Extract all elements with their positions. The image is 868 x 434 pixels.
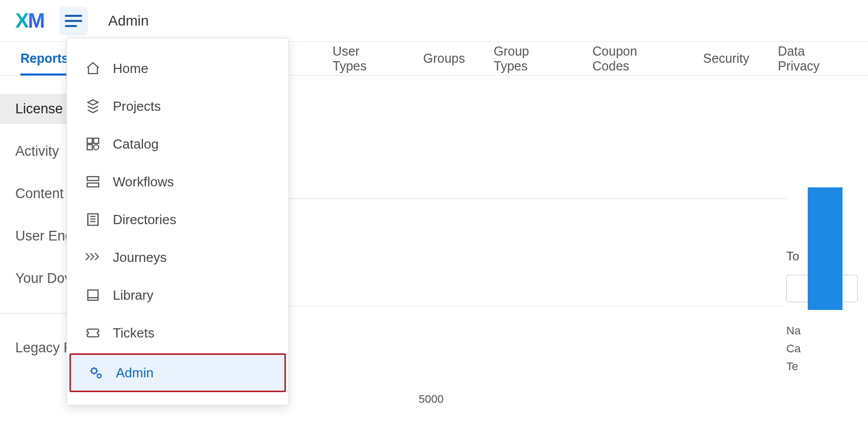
nav-item-label: Workflows xyxy=(113,174,174,190)
nav-item-tickets[interactable]: Tickets xyxy=(67,314,288,352)
logo-m: M xyxy=(28,9,44,32)
svg-rect-1 xyxy=(93,138,99,143)
svg-point-9 xyxy=(98,374,102,378)
svg-rect-4 xyxy=(87,177,99,181)
nav-item-label: Home xyxy=(113,61,148,77)
nav-item-home[interactable]: Home xyxy=(67,50,288,87)
workflows-icon xyxy=(84,173,102,190)
nav-item-journeys[interactable]: Journeys xyxy=(67,238,288,276)
tab-coupon-codes[interactable]: Coupon Codes xyxy=(592,42,674,75)
global-nav-dropdown: Home Projects Catalog Workflows Director… xyxy=(66,38,289,405)
chart-bar-fragment xyxy=(808,187,842,310)
nav-item-projects[interactable]: Projects xyxy=(67,87,288,125)
directories-icon xyxy=(84,211,102,228)
brand-logo: XM xyxy=(15,9,44,32)
svg-rect-2 xyxy=(87,144,92,150)
nav-item-label: Directories xyxy=(113,212,176,228)
nav-item-library[interactable]: Library xyxy=(67,276,288,314)
nav-item-label: Catalog xyxy=(113,136,159,152)
hamburger-icon xyxy=(65,15,82,27)
projects-icon xyxy=(84,98,102,115)
svg-rect-0 xyxy=(87,138,92,143)
tab-user-types[interactable]: User Types xyxy=(332,42,394,75)
tab-security[interactable]: Security xyxy=(703,42,749,75)
library-icon xyxy=(84,286,102,304)
nav-item-label: Projects xyxy=(113,99,161,114)
chart-area: 5000 xyxy=(204,198,786,434)
nav-item-workflows[interactable]: Workflows xyxy=(67,163,288,201)
nav-item-catalog[interactable]: Catalog xyxy=(67,125,288,163)
tab-reports[interactable]: Reports xyxy=(20,42,68,75)
nav-item-admin[interactable]: Admin xyxy=(70,354,285,392)
tab-data-privacy[interactable]: Data Privacy xyxy=(778,42,848,75)
nav-item-label: Journeys xyxy=(113,250,167,266)
journeys-icon xyxy=(84,249,102,266)
tab-groups[interactable]: Groups xyxy=(423,42,465,75)
svg-rect-7 xyxy=(88,290,98,300)
tickets-icon xyxy=(84,324,102,342)
header-title: Admin xyxy=(108,13,149,29)
global-nav-toggle[interactable] xyxy=(59,7,88,35)
chart-y-label: 5000 xyxy=(419,393,444,406)
svg-rect-6 xyxy=(88,214,98,226)
svg-rect-5 xyxy=(87,183,99,187)
nav-item-label: Tickets xyxy=(113,325,154,341)
svg-point-3 xyxy=(93,144,99,150)
app-header: XM Admin xyxy=(0,0,868,42)
logo-x: X xyxy=(15,9,28,32)
right-row-2: Ca xyxy=(786,340,868,357)
right-row-1: Na xyxy=(786,322,868,340)
admin-icon xyxy=(87,364,105,381)
nav-item-directories[interactable]: Directories xyxy=(67,201,288,238)
nav-item-label: Library xyxy=(113,287,153,303)
nav-item-label: Admin xyxy=(116,365,154,381)
home-icon xyxy=(84,60,102,77)
right-row-3: Te xyxy=(786,357,868,375)
tab-group-types[interactable]: Group Types xyxy=(494,42,564,75)
catalog-icon xyxy=(84,135,102,153)
